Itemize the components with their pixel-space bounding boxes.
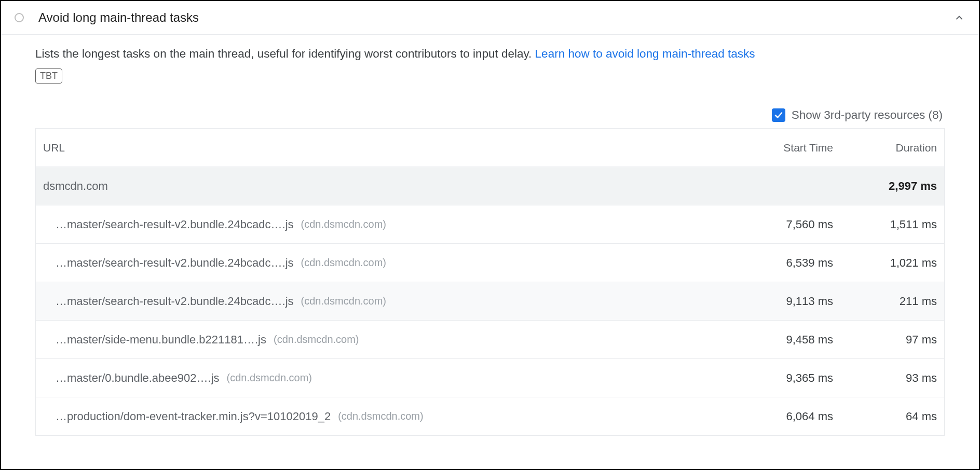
table-row[interactable]: …master/side-menu.bundle.b221181….js(cdn… — [36, 321, 944, 359]
url-cell: …master/search-result-v2.bundle.24bcadc…… — [43, 256, 729, 270]
url-origin: (cdn.dsmcdn.com) — [338, 410, 424, 422]
url-cell: …master/search-result-v2.bundle.24bcadc…… — [43, 295, 729, 308]
start-time: 7,560 ms — [729, 218, 833, 231]
table-row[interactable]: …master/search-result-v2.bundle.24bcadc…… — [36, 205, 944, 244]
start-time: 6,539 ms — [729, 256, 833, 270]
start-time: 9,113 ms — [729, 295, 833, 308]
url-path[interactable]: …master/0.bundle.abee902….js — [56, 371, 220, 385]
url-origin: (cdn.dsmcdn.com) — [274, 334, 359, 345]
third-party-toggle-row: Show 3rd-party resources (8) — [35, 108, 945, 122]
duration: 97 ms — [833, 333, 937, 347]
collapse-icon[interactable] — [954, 12, 964, 23]
table-header: URL Start Time Duration — [36, 129, 944, 167]
group-total: 2,997 ms — [833, 179, 937, 193]
table-row[interactable]: …master/search-result-v2.bundle.24bcadc…… — [36, 282, 944, 321]
url-origin: (cdn.dsmcdn.com) — [227, 372, 312, 384]
audit-body: Lists the longest tasks on the main thre… — [1, 35, 979, 436]
url-cell: …master/search-result-v2.bundle.24bcadc…… — [43, 218, 729, 231]
url-path[interactable]: …production/dom-event-tracker.min.js?v=1… — [56, 410, 331, 423]
table-row[interactable]: …master/search-result-v2.bundle.24bcadc…… — [36, 244, 944, 282]
group-name: dsmcdn.com — [43, 179, 729, 193]
duration: 64 ms — [833, 410, 937, 423]
duration: 211 ms — [833, 295, 937, 308]
learn-more-link[interactable]: Learn how to avoid long main-thread task… — [535, 47, 755, 60]
duration: 93 ms — [833, 371, 937, 385]
audit-header[interactable]: Avoid long main-thread tasks — [1, 1, 979, 35]
duration: 1,511 ms — [833, 218, 937, 231]
audit-title: Avoid long main-thread tasks — [38, 10, 954, 25]
audit-panel: Avoid long main-thread tasks Lists the l… — [0, 0, 980, 470]
status-circle-icon — [15, 13, 24, 22]
url-path[interactable]: …master/search-result-v2.bundle.24bcadc…… — [56, 295, 294, 308]
start-time: 9,458 ms — [729, 333, 833, 347]
url-cell: …production/dom-event-tracker.min.js?v=1… — [43, 410, 729, 423]
third-party-checkbox[interactable] — [772, 108, 785, 122]
url-cell: …master/side-menu.bundle.b221181….js(cdn… — [43, 333, 729, 347]
tasks-table: URL Start Time Duration dsmcdn.com 2,997… — [35, 128, 945, 436]
table-body: dsmcdn.com 2,997 ms …master/search-resul… — [36, 167, 944, 436]
duration: 1,021 ms — [833, 256, 937, 270]
audit-description: Lists the longest tasks on the main thre… — [35, 45, 945, 63]
col-url: URL — [43, 142, 729, 154]
url-path[interactable]: …master/search-result-v2.bundle.24bcadc…… — [56, 256, 294, 270]
col-start-time: Start Time — [729, 142, 833, 154]
table-row[interactable]: …master/0.bundle.abee902….js(cdn.dsmcdn.… — [36, 359, 944, 397]
url-origin: (cdn.dsmcdn.com) — [301, 257, 387, 269]
start-time: 9,365 ms — [729, 371, 833, 385]
url-path[interactable]: …master/search-result-v2.bundle.24bcadc…… — [56, 218, 294, 231]
third-party-label[interactable]: Show 3rd-party resources (8) — [792, 108, 943, 122]
start-time: 6,064 ms — [729, 410, 833, 423]
url-path[interactable]: …master/side-menu.bundle.b221181….js — [56, 333, 266, 347]
col-duration: Duration — [833, 142, 937, 154]
url-origin: (cdn.dsmcdn.com) — [301, 218, 387, 230]
table-row[interactable]: …production/dom-event-tracker.min.js?v=1… — [36, 397, 944, 436]
url-cell: …master/0.bundle.abee902….js(cdn.dsmcdn.… — [43, 371, 729, 385]
url-origin: (cdn.dsmcdn.com) — [301, 295, 387, 307]
metric-badge: TBT — [35, 68, 62, 84]
description-text: Lists the longest tasks on the main thre… — [35, 47, 535, 60]
group-row[interactable]: dsmcdn.com 2,997 ms — [36, 167, 944, 205]
